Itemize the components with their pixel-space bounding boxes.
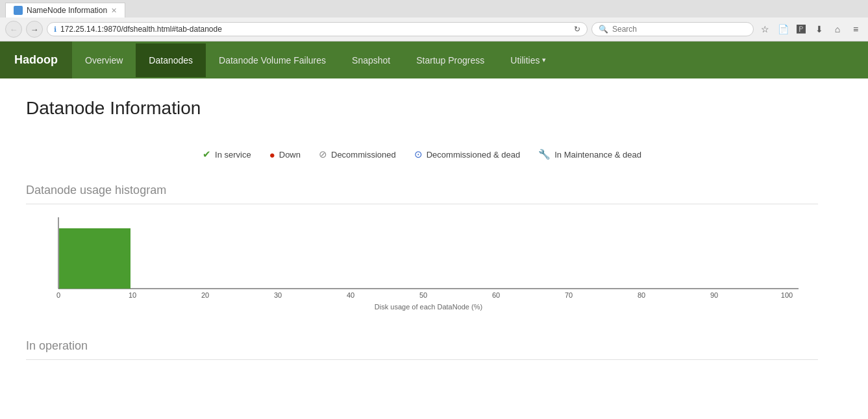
back-button[interactable]: ← — [5, 21, 22, 38]
in-maintenance-dead-icon: 🔧 — [538, 149, 551, 160]
nav-item-utilities[interactable]: Utilities — [497, 43, 559, 77]
svg-text:Disk usage of each DataNode (%: Disk usage of each DataNode (%) — [375, 303, 482, 311]
status-in-maintenance-dead: 🔧 In Maintenance & dead — [538, 149, 641, 160]
menu-button[interactable]: ≡ — [849, 22, 863, 36]
svg-text:90: 90 — [710, 291, 718, 299]
reader-view-button[interactable]: 📄 — [776, 22, 790, 36]
svg-rect-2 — [59, 228, 130, 289]
browser-toolbar: ← → ℹ 172.25.14.1:9870/dfshealth.html#ta… — [0, 18, 868, 41]
search-input[interactable] — [612, 25, 747, 34]
svg-text:60: 60 — [492, 291, 500, 299]
address-bar[interactable]: ℹ 172.25.14.1:9870/dfshealth.html#tab-da… — [47, 22, 588, 36]
decommissioned-dead-label: Decommissioned & dead — [427, 150, 521, 160]
browser-tabs: NameNode Information ✕ — [0, 0, 868, 18]
svg-text:40: 40 — [347, 291, 354, 299]
down-icon: ● — [269, 149, 275, 160]
nav-item-startup-progress[interactable]: Startup Progress — [403, 43, 497, 77]
status-in-service: ✔ In service — [203, 149, 251, 160]
tab-favicon — [14, 6, 23, 15]
svg-text:50: 50 — [419, 291, 427, 299]
search-bar[interactable]: 🔍 — [591, 22, 754, 36]
hadoop-nav: Hadoop Overview Datanodes Datanode Volum… — [0, 42, 868, 78]
tab-close-button[interactable]: ✕ — [111, 6, 117, 15]
status-legend: ✔ In service ● Down ⊘ Decommissioned ⊙ D… — [26, 138, 818, 171]
nav-item-overview[interactable]: Overview — [72, 43, 136, 77]
browser-tab[interactable]: NameNode Information ✕ — [5, 3, 125, 18]
decommissioned-dead-icon: ⊙ — [414, 149, 423, 160]
reload-icon[interactable]: ↻ — [574, 25, 580, 34]
page-content: Datanode Information ✔ In service ● Down… — [0, 78, 844, 390]
url-text: 172.25.14.1:9870/dfshealth.html#tab-data… — [60, 25, 570, 34]
decommissioned-icon: ⊘ — [319, 149, 327, 160]
svg-text:100: 100 — [781, 291, 793, 299]
down-label: Down — [279, 150, 301, 160]
in-service-icon: ✔ — [203, 149, 211, 160]
svg-text:20: 20 — [201, 291, 209, 299]
tab-title: NameNode Information — [27, 6, 107, 15]
svg-text:80: 80 — [638, 291, 645, 299]
in-maintenance-dead-label: In Maintenance & dead — [554, 150, 641, 160]
histogram-chart: 2 0 10 20 30 40 50 60 70 80 90 100 Disk … — [39, 217, 805, 311]
pocket-button[interactable]: 🅿 — [794, 22, 808, 36]
hadoop-logo[interactable]: Hadoop — [0, 42, 72, 78]
browser-chrome: NameNode Information ✕ ← → ℹ 172.25.14.1… — [0, 0, 868, 42]
histogram-title: Datanode usage histogram — [26, 184, 818, 204]
bookmark-button[interactable]: ☆ — [758, 22, 772, 36]
svg-text:10: 10 — [129, 291, 136, 299]
decommissioned-label: Decommissioned — [331, 150, 396, 160]
in-operation-title: In operation — [26, 339, 818, 360]
status-down: ● Down — [269, 149, 301, 160]
histogram-section: Datanode usage histogram 2 0 10 20 30 40… — [26, 184, 818, 313]
histogram-container: 2 0 10 20 30 40 50 60 70 80 90 100 Disk … — [26, 217, 818, 313]
svg-text:30: 30 — [274, 291, 282, 299]
status-decommissioned-dead: ⊙ Decommissioned & dead — [414, 149, 521, 160]
secure-icon: ℹ — [54, 25, 56, 34]
nav-items: Overview Datanodes Datanode Volume Failu… — [72, 43, 559, 77]
svg-text:70: 70 — [565, 291, 573, 299]
forward-button[interactable]: → — [26, 21, 43, 38]
svg-text:2: 2 — [93, 219, 97, 226]
home-button[interactable]: ⌂ — [830, 22, 845, 36]
page-title: Datanode Information — [26, 98, 818, 119]
in-service-label: In service — [215, 150, 251, 160]
nav-item-snapshot[interactable]: Snapshot — [339, 43, 403, 77]
svg-text:0: 0 — [56, 291, 60, 299]
search-icon: 🔍 — [599, 25, 608, 34]
in-operation-section: In operation — [26, 339, 818, 360]
download-button[interactable]: ⬇ — [812, 22, 826, 36]
status-decommissioned: ⊘ Decommissioned — [319, 149, 396, 160]
nav-item-datanode-volume-failures[interactable]: Datanode Volume Failures — [206, 43, 339, 77]
toolbar-actions: ☆ 📄 🅿 ⬇ ⌂ ≡ — [758, 22, 863, 36]
nav-item-datanodes[interactable]: Datanodes — [136, 43, 206, 77]
